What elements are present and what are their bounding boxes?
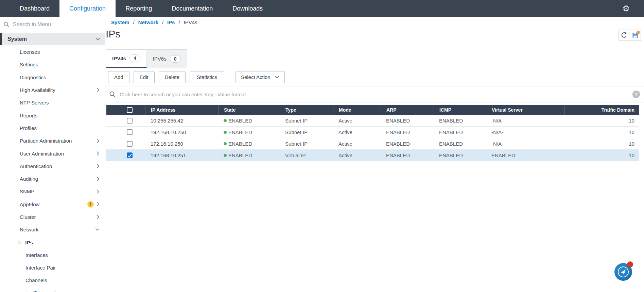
column-header-mode[interactable]: Mode	[333, 105, 381, 115]
refresh-button[interactable]	[619, 30, 630, 40]
cell-arp: ENABLED	[381, 115, 434, 126]
toolbar-divider	[230, 71, 230, 83]
cell-traffic-domain: 10	[564, 127, 639, 138]
sidebar-item-network[interactable]: Network	[0, 223, 105, 236]
table-header-row: IP AddressStateTypeModeARPICMPVirtual Se…	[106, 105, 639, 115]
breadcrumb-current: IPV4s	[184, 19, 197, 25]
sidebar-item-reports[interactable]: Reports	[0, 109, 105, 121]
sidebar-item-high-availability[interactable]: High Availability	[0, 84, 105, 96]
tab-ipv6s[interactable]: IPV6s0	[147, 49, 187, 68]
column-header-icmp[interactable]: ICMP	[434, 105, 486, 115]
sidebar-item-partition-administration[interactable]: Partition Administration	[0, 134, 105, 147]
column-header-ip-address[interactable]: IP Address	[145, 105, 218, 115]
sidebar-item-label: High Availability	[20, 87, 55, 93]
header-checkbox-cell	[106, 105, 145, 115]
statistics-button[interactable]: Statistics	[190, 71, 224, 83]
sidebar-item-diagnostics[interactable]: Diagnostics	[0, 71, 105, 84]
row-checkbox[interactable]	[127, 141, 133, 147]
sidebar-item-channels[interactable]: Channels	[0, 274, 105, 287]
column-header-traffic-domain[interactable]: Traffic Domain	[564, 105, 639, 115]
table-row[interactable]: 192.168.10.250ENABLEDSubnet IPActiveENAB…	[106, 127, 639, 138]
column-header-arp[interactable]: ARP	[381, 105, 434, 115]
sidebar-item-ips[interactable]: ☆IPs	[0, 236, 105, 248]
sidebar-item-settings[interactable]: Settings	[0, 58, 105, 71]
sidebar-item-snmp[interactable]: SNMP	[0, 185, 105, 198]
sidebar-item-icons	[97, 164, 100, 168]
nav-tab-configuration[interactable]: Configuration	[59, 0, 116, 17]
breadcrumb-link-network[interactable]: Network	[138, 19, 158, 25]
sidebar-search	[0, 17, 105, 32]
cell-traffic-domain: 10	[564, 138, 639, 149]
sidebar-item-label: Traffic Domains	[25, 290, 61, 292]
refresh-icon	[621, 32, 628, 39]
cell-type: Virtual IP	[280, 150, 333, 161]
column-header-state[interactable]: State	[218, 105, 280, 115]
nav-tab-documentation[interactable]: Documentation	[162, 0, 223, 17]
ip-table: IP AddressStateTypeModeARPICMPVirtual Se…	[106, 105, 639, 161]
star-icon: ☆	[17, 239, 22, 246]
sidebar-item-traffic-domains[interactable]: Traffic Domains	[0, 287, 105, 292]
assistant-compass-button[interactable]	[614, 263, 632, 281]
cell-state-text: ENABLED	[228, 141, 252, 147]
cell-mode: Active	[333, 138, 381, 149]
search-icon	[3, 21, 10, 28]
tab-ipv4s[interactable]: IPV4s4	[106, 49, 147, 68]
page-action-box	[619, 30, 641, 41]
sidebar-item-interface-pair[interactable]: Interface Pair	[0, 261, 105, 274]
row-checkbox-cell	[106, 115, 145, 126]
table-search-input[interactable]	[120, 92, 629, 97]
row-checkbox[interactable]	[127, 129, 133, 135]
table-row[interactable]: 192.168.10.251ENABLEDVirtual IPActiveENA…	[106, 150, 639, 161]
delete-button[interactable]: Delete	[159, 71, 186, 83]
sidebar-item-profiles[interactable]: Profiles	[0, 122, 105, 134]
chevron-right-icon	[97, 164, 100, 168]
cell-ip-address: 172.16.10.250	[145, 138, 218, 149]
sidebar-item-appflow[interactable]: AppFlow!	[0, 198, 105, 211]
nav-tab-downloads[interactable]: Downloads	[223, 0, 273, 17]
sidebar-item-label: Settings	[20, 62, 38, 67]
save-button[interactable]	[630, 30, 641, 40]
breadcrumb-separator: /	[178, 19, 180, 25]
chevron-down-icon	[275, 76, 279, 79]
help-icon[interactable]: ?	[632, 91, 640, 98]
sidebar-item-label: Licenses	[20, 49, 40, 55]
chevron-right-icon	[97, 189, 100, 194]
cell-virtual-server: ENABLED	[486, 150, 564, 161]
row-checkbox[interactable]	[127, 118, 133, 124]
select-all-checkbox[interactable]	[127, 107, 133, 113]
cell-virtual-server: -N/A-	[486, 127, 564, 138]
sidebar-item-icons	[95, 228, 100, 231]
column-header-type[interactable]: Type	[280, 105, 333, 115]
sidebar-item-auditing[interactable]: Auditing	[0, 173, 105, 185]
tab-label: IPV4s	[112, 55, 126, 61]
sidebar-section-system[interactable]: System	[0, 33, 105, 45]
sidebar-item-label: Reports	[20, 113, 38, 118]
row-checkbox[interactable]	[127, 152, 133, 158]
sidebar-item-user-administration[interactable]: User Administration	[0, 147, 105, 160]
sidebar-item-label: Auditing	[20, 176, 38, 182]
breadcrumb-separator: /	[162, 19, 163, 25]
sidebar-search-input[interactable]	[13, 21, 102, 28]
sidebar-item-ntp-servers[interactable]: NTP Servers	[0, 96, 105, 109]
sidebar-item-licenses[interactable]: Licenses	[0, 46, 105, 58]
chevron-right-icon	[97, 88, 100, 93]
row-checkbox-cell	[106, 127, 145, 138]
sidebar-item-authentication[interactable]: Authentication	[0, 160, 105, 173]
table-row[interactable]: 10.255.255.42ENABLEDSubnet IPActiveENABL…	[106, 115, 639, 127]
settings-gear-button[interactable]: ⚙	[622, 0, 644, 17]
cell-mode: Active	[333, 115, 381, 126]
edit-button[interactable]: Edit	[134, 71, 155, 83]
tab-count-badge: 4	[129, 54, 140, 62]
breadcrumb-link-system[interactable]: System	[111, 19, 129, 25]
add-button[interactable]: Add	[108, 71, 129, 83]
chevron-right-icon	[97, 177, 100, 181]
sidebar-item-cluster[interactable]: Cluster	[0, 211, 105, 223]
nav-tab-dashboard[interactable]: Dashboard	[10, 0, 59, 17]
select-action-dropdown[interactable]: Select Action	[236, 71, 285, 83]
breadcrumb-link-ips[interactable]: IPs	[167, 19, 175, 25]
sidebar-item-interfaces[interactable]: Interfaces	[0, 249, 105, 261]
nav-tab-reporting[interactable]: Reporting	[116, 0, 162, 17]
table-body: 10.255.255.42ENABLEDSubnet IPActiveENABL…	[106, 115, 639, 161]
column-header-virtual-server[interactable]: Virtual Server	[486, 105, 564, 115]
table-row[interactable]: 172.16.10.250ENABLEDSubnet IPActiveENABL…	[106, 138, 639, 150]
